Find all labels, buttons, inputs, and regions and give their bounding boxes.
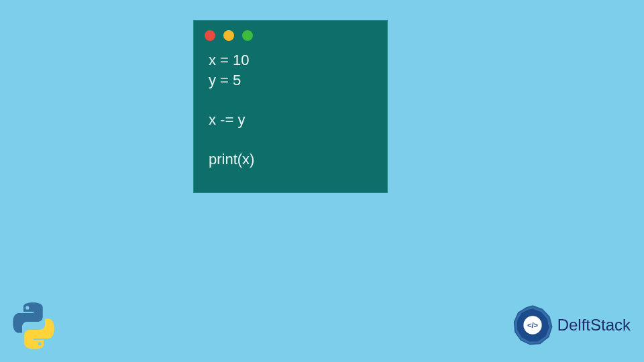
- delftstack-logo: </> DelftStack: [512, 304, 631, 346]
- close-icon: [205, 30, 215, 41]
- code-line: [209, 130, 372, 150]
- minimize-icon: [223, 30, 234, 41]
- delftstack-badge-icon: </>: [512, 304, 553, 346]
- code-line: y = 5: [209, 70, 372, 90]
- window-traffic-lights: [194, 21, 387, 46]
- code-line: [209, 90, 372, 110]
- maximize-icon: [242, 30, 253, 41]
- python-logo-icon: [9, 302, 58, 350]
- code-window: x = 10 y = 5 x -= y print(x): [193, 20, 388, 193]
- delftstack-label: DelftStack: [557, 316, 631, 335]
- code-line: x -= y: [209, 110, 372, 130]
- code-line: x = 10: [209, 50, 372, 70]
- svg-text:</>: </>: [527, 321, 539, 329]
- code-line: print(x): [209, 149, 372, 170]
- code-content: x = 10 y = 5 x -= y print(x): [194, 46, 387, 174]
